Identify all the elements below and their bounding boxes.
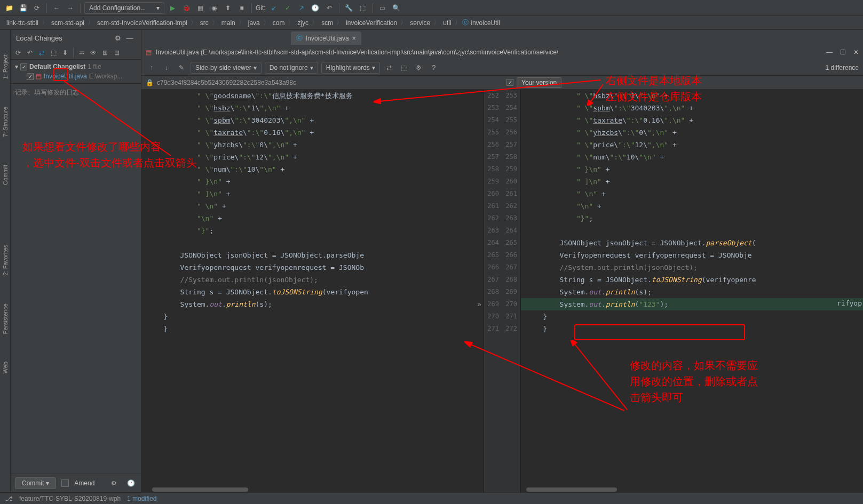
code-line: System.out.println("123");	[521, 298, 863, 310]
left-tool-strip: 1: Project 7: Structure Commit 2: Favori…	[0, 30, 11, 492]
code-line	[521, 335, 863, 347]
diff-icon[interactable]: ⇄	[36, 47, 47, 58]
diff-title-text: InvoiceUtil.java (E:\workspace\link-ttc-…	[156, 49, 558, 56]
git-update-icon[interactable]: ↙	[268, 2, 280, 14]
file-icon: ▤	[146, 49, 152, 56]
gear-icon[interactable]: ⚙	[108, 477, 120, 489]
structure-icon[interactable]: ⬚	[357, 2, 369, 14]
collapse-icon[interactable]: ⇄	[383, 62, 395, 74]
tab-persistence[interactable]: Persistence	[1, 300, 10, 337]
debug-icon[interactable]: 🐞	[180, 2, 192, 14]
ignore-dropdown[interactable]: Do not ignore▾	[265, 62, 318, 74]
save-icon[interactable]: 💾	[17, 2, 29, 14]
open-icon[interactable]: 📁	[3, 2, 15, 14]
code-line: String s = JSONObject.toJSONString(verif…	[521, 274, 863, 286]
git-push-icon[interactable]: ↗	[296, 2, 307, 14]
git-history-icon[interactable]: 🕐	[310, 2, 321, 14]
commit-message[interactable]: 记录、填写修改的日志	[11, 83, 141, 474]
shelve-icon[interactable]: ⬇	[60, 47, 70, 58]
crumb[interactable]: scm-std-InvoiceVerification-impl	[95, 19, 189, 27]
branch-name[interactable]: feature/TTC-SYBL-S20200819-wph	[19, 495, 121, 502]
checkbox[interactable]: ✓	[27, 73, 34, 80]
hide-icon[interactable]: —	[124, 32, 136, 44]
collapse-icon[interactable]: ⊟	[112, 47, 122, 58]
crumb[interactable]: scm	[319, 19, 335, 27]
crumb[interactable]: link-ttc-stbll	[4, 19, 41, 27]
refresh-icon[interactable]: ⟳	[13, 47, 23, 58]
close-icon[interactable]: ✕	[853, 49, 859, 56]
code-line: " \n" +	[521, 188, 863, 200]
commit-button[interactable]: Commit▾	[15, 477, 56, 489]
crumb[interactable]: InvoiceUtil	[469, 19, 502, 27]
stop-icon[interactable]: ■	[236, 2, 248, 14]
modified-count[interactable]: 1 modified	[127, 495, 156, 502]
rollback-icon[interactable]: ↶	[25, 47, 35, 58]
branch-icon[interactable]: ⎇	[5, 495, 13, 502]
forward-icon[interactable]: →	[65, 2, 76, 14]
profile-icon[interactable]: ◉	[208, 2, 220, 14]
crumb[interactable]: service	[408, 19, 432, 27]
lock-icon: 🔒	[146, 79, 154, 86]
file-name: InvoiceUtil.java	[44, 73, 87, 80]
maximize-icon[interactable]: ☐	[840, 49, 846, 56]
sync-scroll-icon[interactable]: ⬚	[398, 62, 410, 74]
crumb[interactable]: main	[219, 19, 237, 27]
run-icon[interactable]: ▶	[167, 2, 178, 14]
viewer-dropdown[interactable]: Side-by-side viewer▾	[191, 62, 262, 74]
attach-icon[interactable]: ⬆	[222, 2, 234, 14]
code-line: " }\n" +	[141, 175, 484, 188]
tab-commit[interactable]: Commit	[1, 162, 10, 188]
back-icon[interactable]: ←	[51, 2, 62, 14]
statusbar: ⎇ feature/TTC-SYBL-S20200819-wph 1 modif…	[0, 492, 863, 504]
help-icon[interactable]: ?	[428, 62, 440, 74]
changelist-icon[interactable]: ⬚	[48, 47, 59, 58]
code-line: " \"num\":\"10\"\n" +	[141, 163, 484, 175]
tab-favorites[interactable]: 2: Favorites	[1, 242, 10, 278]
tab-structure[interactable]: 7: Structure	[1, 103, 10, 140]
editor-tab[interactable]: ⓒ InvoiceUtil.java ×	[291, 31, 361, 45]
right-pane[interactable]: " \"hsbz\":\"1\",\n" + " \"spbm\":\"3040…	[521, 90, 863, 492]
crumb[interactable]: scm-std-api	[49, 19, 86, 27]
git-rollback-icon[interactable]: ↶	[323, 2, 335, 14]
code-line: String s = JSONObject.toJSONString(verif…	[141, 286, 484, 298]
crumb[interactable]: zjyc	[295, 19, 311, 27]
code-line: " \n" +	[141, 200, 484, 212]
next-diff-icon[interactable]: ↓	[161, 62, 172, 74]
tab-web[interactable]: Web	[1, 358, 10, 377]
crumb[interactable]: java	[246, 19, 262, 27]
apply-change-icon[interactable]: »	[477, 300, 481, 308]
crumb[interactable]: invoiceVerification	[344, 19, 399, 27]
code-line	[521, 225, 863, 237]
run-config-dropdown[interactable]: Add Configuration... ▾	[84, 2, 164, 14]
rw-checkbox[interactable]: ✓	[506, 79, 513, 86]
main-toolbar: 📁 💾 ⟳ ← → Add Configuration... ▾ ▶ 🐞 ▦ ◉…	[0, 0, 863, 16]
changelist-node[interactable]: ▾ ✓ Default Changelist 1 file	[15, 62, 137, 71]
expand-icon[interactable]: ⊞	[100, 47, 110, 58]
code-line: " \"yhzcbs\":\"0\",\n" +	[141, 139, 484, 151]
crumb[interactable]: util	[441, 19, 453, 27]
gear-icon[interactable]: ⚙	[112, 32, 124, 44]
checkbox[interactable]: ✓	[20, 63, 27, 70]
minimize-icon[interactable]: —	[826, 49, 833, 56]
highlight-dropdown[interactable]: Highlight words▾	[321, 62, 380, 74]
tab-project[interactable]: 1: Project	[1, 51, 10, 82]
crumb[interactable]: src	[198, 19, 211, 27]
preview-icon[interactable]: 👁	[88, 47, 99, 58]
amend-checkbox[interactable]	[61, 479, 69, 487]
git-commit-icon[interactable]: ✓	[282, 2, 294, 14]
wrench-icon[interactable]: 🔧	[343, 2, 355, 14]
avd-icon[interactable]: ▭	[377, 2, 389, 14]
file-path: E:\worksp...	[89, 73, 123, 80]
history-icon[interactable]: 🕐	[125, 477, 137, 489]
file-row[interactable]: ✓ ▤ InvoiceUtil.java E:\worksp...	[15, 71, 137, 81]
pencil-icon[interactable]: ✎	[176, 62, 187, 74]
crumb[interactable]: com	[271, 19, 287, 27]
coverage-icon[interactable]: ▦	[194, 2, 206, 14]
gear-icon[interactable]: ⚙	[413, 62, 425, 74]
search-icon[interactable]: 🔍	[391, 2, 402, 14]
group-icon[interactable]: 𝌁	[76, 47, 87, 58]
sync-icon[interactable]: ⟳	[31, 2, 43, 14]
prev-diff-icon[interactable]: ↑	[146, 62, 157, 74]
close-icon[interactable]: ×	[352, 35, 356, 42]
left-pane[interactable]: " \"goodsname\":\"信息技术服务费*技术服务 " \"hsbz\…	[141, 90, 484, 492]
